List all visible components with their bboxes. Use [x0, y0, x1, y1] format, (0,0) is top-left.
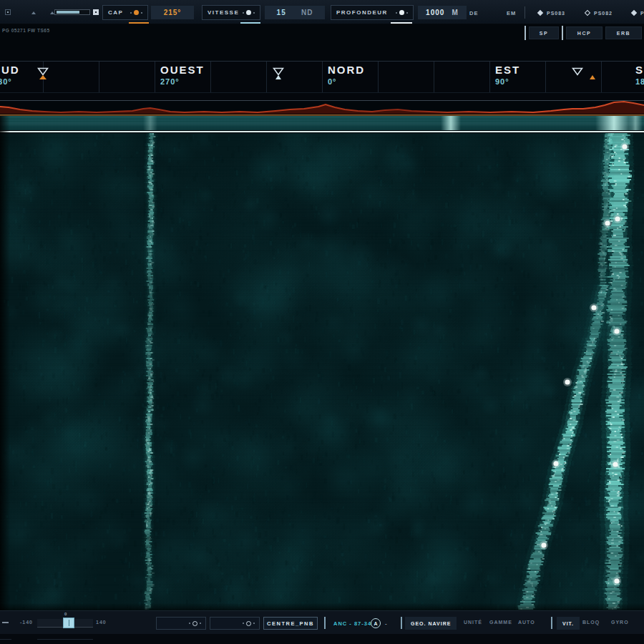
- cap-value: 215°: [151, 6, 194, 19]
- vitesse-value: 15 ND: [265, 6, 325, 19]
- compass-strip[interactable]: SUD180°OUEST270°NORD0°EST90°SUD180°: [0, 61, 644, 101]
- separator-bar: [401, 617, 402, 629]
- profondeur-unit-text: M: [452, 9, 459, 16]
- de-button[interactable]: DE: [469, 10, 478, 16]
- diamond-filled-icon: [631, 10, 637, 16]
- tab-hcp[interactable]: HCP: [566, 26, 602, 39]
- separator-bar: [324, 617, 326, 629]
- track-badge[interactable]: A: [371, 618, 381, 628]
- centre-pnb-button[interactable]: CENTRE_PNB: [263, 617, 318, 630]
- compass-label-ouest: OUEST270°: [160, 64, 246, 86]
- vitesse-underline: [240, 22, 260, 24]
- vitesse-value-text: 15: [277, 9, 286, 16]
- em-button[interactable]: EM: [507, 10, 516, 16]
- cap-dial-icon[interactable]: [130, 10, 142, 15]
- diamond-hollow-icon: [585, 10, 590, 16]
- profondeur-dial-icon[interactable]: [396, 10, 408, 15]
- compass-label-est: EST90°: [495, 64, 581, 86]
- compass-grid-line: [601, 62, 602, 92]
- tick-up-icon: [31, 11, 36, 14]
- bearing-submarker-icon: [39, 75, 47, 79]
- vit-button[interactable]: VIT.: [557, 617, 580, 630]
- compass-divider-line: [0, 92, 644, 93]
- bearing-marker-icon[interactable]: [37, 66, 49, 74]
- compass-grid-line: [322, 62, 323, 92]
- track-designation-label[interactable]: ANC - 87-34: [333, 620, 371, 627]
- compass-label-sud: SUD180°: [635, 64, 644, 86]
- compass-grid-line: [266, 62, 267, 92]
- compass-label-nord: NORD0°: [328, 64, 414, 86]
- badge-dash: -: [385, 620, 387, 627]
- option-bloq[interactable]: BLOQ: [582, 620, 600, 625]
- brightness-slider[interactable]: [54, 9, 90, 15]
- sensor-ps081[interactable]: PS081: [632, 9, 644, 16]
- gain-max-label: 140: [96, 620, 107, 625]
- compass-grid-line: [489, 62, 490, 92]
- tab-sp[interactable]: SP: [529, 26, 559, 39]
- vitesse-label: VITESSE: [208, 9, 239, 16]
- bottom-toolbar: -140 0 140 CENTRE_PNB ANC - 87-34 A - GE…: [0, 610, 644, 634]
- cap-underline: [129, 22, 149, 24]
- strip-mark: [37, 639, 93, 640]
- brightness-slider-fill: [57, 11, 79, 14]
- profondeur-value-text: 1000: [426, 9, 444, 16]
- bearing-marker-icon[interactable]: [273, 66, 284, 74]
- compass-grid-line: [155, 62, 155, 92]
- profondeur-control[interactable]: PROFONDEUR: [331, 5, 414, 20]
- toolbar-separator: [525, 6, 525, 19]
- tab-erb[interactable]: ERB: [605, 26, 642, 39]
- gain-slider-handle[interactable]: [63, 618, 74, 628]
- gain-zero-label: 0: [64, 612, 67, 616]
- gain-min-label: -140: [20, 620, 33, 625]
- top-toolbar: CAP 215° VITESSE 15 ND PROFONDEUR 1000 M…: [0, 0, 644, 24]
- geo-navire-button[interactable]: GEO. NAVIRE: [405, 617, 457, 630]
- vitesse-unit-text: ND: [301, 9, 313, 16]
- compass-grid-line: [99, 62, 99, 92]
- dial-box-2[interactable]: [210, 617, 260, 630]
- tab-separator: [562, 26, 563, 40]
- compass-grid-line: [434, 62, 434, 92]
- separator-bar: [551, 617, 552, 629]
- bearing-submarker-icon: [590, 75, 595, 79]
- window-mode-icon[interactable]: [5, 9, 11, 15]
- dial-box-1[interactable]: [156, 617, 206, 630]
- device-code: PG 05271 FW TS65: [2, 28, 50, 33]
- vitesse-dial-icon[interactable]: [243, 10, 255, 15]
- option-auto[interactable]: AUTO: [518, 620, 535, 625]
- dial-icon[interactable]: [189, 621, 201, 626]
- dial-icon[interactable]: [243, 621, 255, 626]
- sonar-waterfall[interactable]: [0, 101, 644, 610]
- profondeur-value: 1000 M: [418, 6, 467, 19]
- strip-mark: [0, 639, 11, 640]
- option-unite[interactable]: UNITÉ: [464, 620, 482, 625]
- option-gyro[interactable]: GYRO: [611, 620, 629, 625]
- cap-label: CAP: [108, 9, 123, 16]
- cap-control[interactable]: CAP: [102, 5, 148, 20]
- sensor-ps082[interactable]: PS082: [585, 9, 613, 16]
- bearing-marker-icon[interactable]: [572, 66, 583, 74]
- sensor-ps083[interactable]: PS083: [538, 9, 565, 16]
- profondeur-label: PROFONDEUR: [336, 9, 388, 16]
- tab-separator: [525, 26, 526, 40]
- vitesse-control[interactable]: VITESSE: [202, 5, 260, 20]
- bearing-submarker-icon: [275, 75, 281, 79]
- diamond-filled-icon: [537, 10, 543, 16]
- sub-toolbar: PG 05271 FW TS65 SP HCP ERB: [0, 25, 644, 43]
- bottom-strip: [0, 634, 644, 644]
- profondeur-underline: [391, 22, 412, 24]
- minimize-icon[interactable]: [2, 622, 9, 623]
- cap-value-text: 215°: [164, 9, 182, 16]
- sonar-station-screen: CAP 215° VITESSE 15 ND PROFONDEUR 1000 M…: [0, 0, 644, 644]
- slider-step-button[interactable]: [93, 9, 99, 15]
- option-gamme[interactable]: GAMME: [489, 620, 512, 625]
